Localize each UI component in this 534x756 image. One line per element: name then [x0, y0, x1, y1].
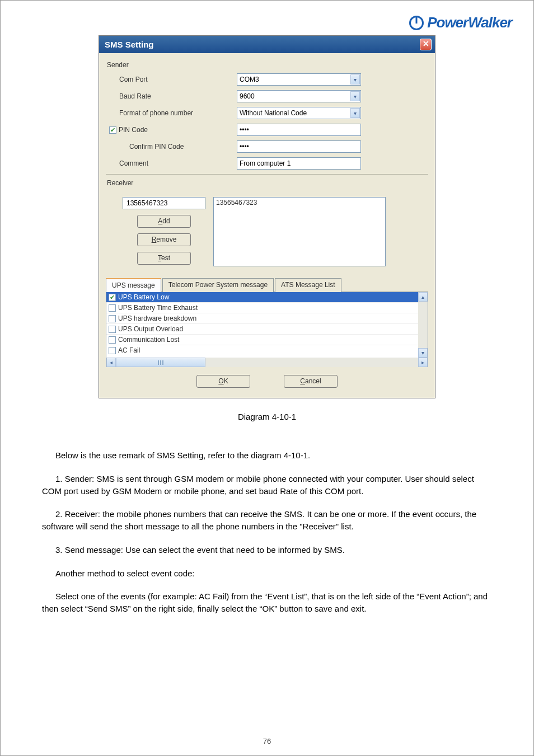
list-item[interactable]: 13565467323: [216, 199, 383, 206]
baud-rate-label: Baud Rate: [119, 92, 237, 100]
message-checkbox[interactable]: ✔: [109, 294, 116, 301]
tab-ups-message[interactable]: UPS message: [106, 278, 161, 292]
message-label: UPS Battery Time Exhaust: [118, 304, 198, 312]
brand-logo: PowerWalker: [409, 14, 512, 31]
confirm-pin-input[interactable]: [237, 140, 361, 153]
chevron-down-icon[interactable]: ▾: [350, 91, 360, 101]
message-item[interactable]: Communication Lost: [106, 334, 428, 345]
message-label: Communication Lost: [118, 336, 179, 344]
add-button[interactable]: Add: [137, 215, 191, 228]
dialog-titlebar: SMS Setting ✕: [99, 36, 435, 53]
close-button[interactable]: ✕: [420, 39, 432, 50]
message-checkbox[interactable]: [109, 326, 116, 333]
message-checkbox[interactable]: [109, 304, 116, 312]
confirm-pin-label: Confirm PIN Code: [119, 143, 237, 151]
message-checkbox[interactable]: [109, 315, 116, 322]
sender-heading: Sender: [106, 58, 428, 71]
baud-rate-select[interactable]: [237, 90, 361, 102]
message-item[interactable]: ✔ UPS Battery Low: [106, 292, 428, 302]
scroll-up-icon[interactable]: ▴: [418, 292, 428, 302]
divider: [106, 174, 428, 175]
scroll-right-icon[interactable]: ▸: [418, 358, 428, 367]
phone-input[interactable]: [123, 197, 205, 209]
com-port-select[interactable]: [237, 73, 361, 86]
paragraph: Another method to select event code:: [42, 567, 492, 580]
message-item[interactable]: AC Fail: [106, 345, 428, 355]
tab-telecom[interactable]: Telecom Power System message: [162, 278, 274, 292]
remove-button[interactable]: Remove: [137, 233, 191, 246]
horizontal-scrollbar[interactable]: ◂ ▸: [106, 358, 428, 367]
paragraph: 2. Receiver: the mobile phones numbers t…: [42, 508, 492, 533]
message-checkbox[interactable]: [109, 336, 116, 344]
brand-text: PowerWalker: [427, 14, 512, 31]
pin-checkbox[interactable]: ✔: [109, 126, 116, 134]
comment-label: Comment: [119, 159, 237, 167]
paragraph: 3. Send message: Use can select the even…: [42, 544, 492, 556]
receiver-heading: Receiver: [106, 176, 428, 189]
sms-setting-dialog: SMS Setting ✕ Sender Com Port ▾ Baud Rat…: [99, 35, 435, 398]
body-text: Below is the use remark of SMS Setting, …: [42, 449, 492, 615]
scroll-left-icon[interactable]: ◂: [106, 358, 116, 367]
tab-ats[interactable]: ATS Message List: [275, 278, 341, 292]
page-number: 76: [1, 737, 533, 745]
message-list-panel: ✔ UPS Battery Low UPS Battery Time Exhau…: [106, 292, 428, 367]
chevron-down-icon[interactable]: ▾: [350, 74, 360, 84]
pin-input[interactable]: [237, 124, 361, 136]
message-label: UPS Output Overload: [118, 325, 183, 333]
chevron-down-icon[interactable]: ▾: [350, 108, 360, 118]
paragraph: Below is the use remark of SMS Setting, …: [42, 449, 492, 462]
figure-caption: Diagram 4-10-1: [21, 412, 513, 421]
format-label: Format of phone number: [119, 109, 237, 117]
vertical-scrollbar[interactable]: ▴ ▾: [418, 292, 428, 358]
power-icon: [409, 16, 424, 30]
paragraph: Select one of the events (for example: A…: [42, 590, 492, 615]
scroll-thumb[interactable]: [116, 358, 205, 367]
message-label: UPS Battery Low: [118, 293, 169, 301]
ok-button[interactable]: OK: [196, 375, 250, 388]
message-item[interactable]: UPS hardware breakdown: [106, 313, 428, 323]
scroll-down-icon[interactable]: ▾: [418, 348, 428, 358]
comment-input[interactable]: [237, 157, 361, 170]
paragraph: 1. Sender: SMS is sent through GSM modem…: [42, 473, 492, 497]
message-label: AC Fail: [118, 346, 140, 354]
dialog-title: SMS Setting: [105, 40, 154, 49]
message-item[interactable]: UPS Battery Time Exhaust: [106, 302, 428, 313]
message-item[interactable]: UPS Output Overload: [106, 323, 428, 334]
receiver-list[interactable]: 13565467323: [213, 197, 386, 266]
message-label: UPS hardware breakdown: [118, 314, 196, 322]
com-port-label: Com Port: [119, 76, 237, 83]
format-select[interactable]: [237, 107, 361, 119]
cancel-button[interactable]: Cancel: [284, 375, 338, 388]
pin-label: PIN Code: [119, 126, 148, 134]
message-checkbox[interactable]: [109, 347, 116, 354]
test-button[interactable]: Test: [137, 252, 191, 265]
